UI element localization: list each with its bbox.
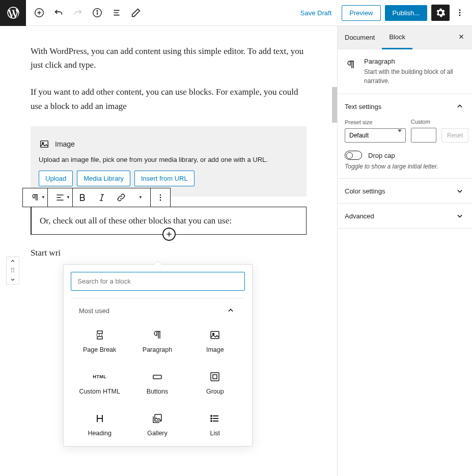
more-vertical-icon: [455, 8, 465, 18]
drop-cap-hint: Toggle to show a large initial letter.: [345, 163, 465, 170]
block-list[interactable]: List: [186, 404, 244, 446]
block-inserter-popover: Most used Page Break Paragraph Image HTM…: [63, 264, 253, 446]
align-button[interactable]: ▼: [48, 188, 72, 207]
block-buttons[interactable]: Buttons: [128, 362, 186, 404]
block-inserter-toggle[interactable]: [162, 228, 176, 241]
preset-size-field: Preset size Default: [345, 119, 406, 143]
advanced-toggle[interactable]: Advanced: [338, 204, 472, 228]
wordpress-logo[interactable]: [0, 0, 26, 26]
block-image[interactable]: Image: [186, 321, 244, 362]
italic-icon: [97, 192, 107, 203]
block-type-switcher[interactable]: ▼: [23, 188, 47, 207]
move-down-button[interactable]: [7, 275, 19, 284]
undo-button[interactable]: [52, 7, 65, 19]
reset-size-button[interactable]: Reset: [441, 128, 468, 143]
block-info: Paragraph Start with the building block …: [338, 49, 472, 94]
gear-icon: [435, 8, 446, 18]
advanced-label: Advanced: [345, 212, 374, 220]
custom-size-label: Custom: [411, 119, 436, 125]
paragraph-block-2[interactable]: If you want to add other content, you ca…: [31, 85, 307, 113]
svg-point-17: [211, 415, 212, 416]
block-heading[interactable]: Heading: [71, 404, 128, 446]
add-block-button[interactable]: [33, 7, 45, 19]
preset-size-select[interactable]: Default: [345, 128, 406, 143]
more-options-button[interactable]: [454, 5, 466, 21]
move-up-button[interactable]: [7, 257, 19, 266]
paragraph-icon: [345, 59, 357, 71]
insert-from-url-button[interactable]: Insert from URL: [134, 171, 195, 186]
block-paragraph[interactable]: Paragraph: [128, 321, 186, 362]
block-page-break[interactable]: Page Break: [71, 321, 128, 362]
text-settings-panel: Text settings Preset size Default Custom…: [338, 94, 472, 179]
chevron-down-icon: [455, 186, 465, 196]
upload-button[interactable]: Upload: [39, 171, 73, 186]
block-search-input[interactable]: [71, 272, 245, 291]
tab-document[interactable]: Document: [338, 26, 382, 49]
link-button[interactable]: [112, 188, 131, 207]
settings-toggle-button[interactable]: [431, 5, 450, 21]
custom-size-input[interactable]: [411, 128, 436, 143]
svg-point-19: [211, 421, 212, 422]
svg-point-4: [459, 12, 461, 14]
info-button[interactable]: [91, 7, 103, 19]
tab-block[interactable]: Block: [382, 26, 412, 49]
image-block-header: Image: [39, 138, 298, 150]
inserter-grid: Page Break Paragraph Image HTMLCustom HT…: [71, 321, 244, 446]
preview-button[interactable]: Preview: [342, 5, 380, 21]
next-paragraph-placeholder[interactable]: Start wri: [31, 246, 307, 260]
publish-button[interactable]: Publish...: [385, 5, 427, 21]
color-settings-label: Color settings: [345, 187, 385, 195]
inserter-category-label: Most used: [79, 307, 109, 315]
block-gallery[interactable]: Gallery: [128, 404, 186, 446]
text-settings-toggle[interactable]: Text settings: [338, 94, 472, 119]
image-block-title: Image: [55, 140, 75, 148]
drag-handle[interactable]: ⠿: [7, 266, 19, 275]
block-custom-html[interactable]: HTMLCustom HTML: [71, 362, 128, 404]
advanced-panel: Advanced: [338, 204, 472, 229]
sidebar-tabs: Document Block: [338, 26, 472, 49]
group-icon: [209, 371, 221, 383]
block-info-title: Paragraph: [364, 58, 465, 65]
paragraph-block-1[interactable]: With WordPress, you can add content usin…: [31, 44, 307, 72]
selected-paragraph-text[interactable]: Or, check out all of these other blocks …: [40, 214, 298, 228]
redo-button[interactable]: [72, 7, 84, 19]
top-right-actions: Save Draft Preview Publish...: [294, 5, 472, 21]
editor-scrollbar[interactable]: [332, 26, 337, 476]
block-toolbar: ▼ ▼ ▼: [22, 188, 171, 207]
paragraph-icon: [151, 329, 163, 341]
close-icon: [458, 33, 465, 40]
svg-point-2: [97, 10, 98, 11]
bold-button[interactable]: [73, 188, 92, 207]
save-draft-button[interactable]: Save Draft: [294, 5, 338, 21]
media-library-button[interactable]: Media Library: [77, 171, 130, 186]
image-block-description: Upload an image file, pick one from your…: [39, 156, 298, 163]
inserter-category-toggle[interactable]: Most used: [71, 298, 244, 321]
svg-point-10: [160, 200, 161, 201]
page-break-icon: [94, 329, 106, 341]
block-more-options[interactable]: [151, 188, 170, 207]
svg-point-9: [160, 197, 161, 199]
outline-button[interactable]: [110, 7, 123, 19]
color-settings-toggle[interactable]: Color settings: [338, 179, 472, 203]
list-icon: [209, 412, 221, 425]
edit-mode-button[interactable]: [130, 7, 142, 19]
selected-paragraph-block[interactable]: Or, check out all of these other blocks …: [31, 207, 307, 235]
block-info-description: Start with the building block of all nar…: [364, 67, 465, 86]
image-icon: [39, 138, 50, 150]
more-formatting-button[interactable]: ▼: [131, 188, 150, 207]
chevron-up-icon: [9, 258, 16, 265]
image-icon: [209, 329, 221, 341]
sidebar-close-button[interactable]: [458, 33, 465, 42]
plus-icon: [164, 230, 174, 239]
svg-rect-11: [211, 331, 219, 339]
image-placeholder-block[interactable]: Image Upload an image file, pick one fro…: [31, 126, 307, 197]
drop-cap-toggle[interactable]: [345, 151, 362, 160]
more-vertical-icon: [155, 192, 165, 203]
svg-rect-13: [153, 375, 161, 379]
italic-button[interactable]: [92, 188, 112, 207]
block-group[interactable]: Group: [186, 362, 244, 404]
paragraph-icon: [30, 192, 40, 203]
drop-cap-label: Drop cap: [368, 152, 395, 159]
block-mover: ⠿: [6, 256, 19, 285]
align-left-icon: [55, 192, 65, 203]
